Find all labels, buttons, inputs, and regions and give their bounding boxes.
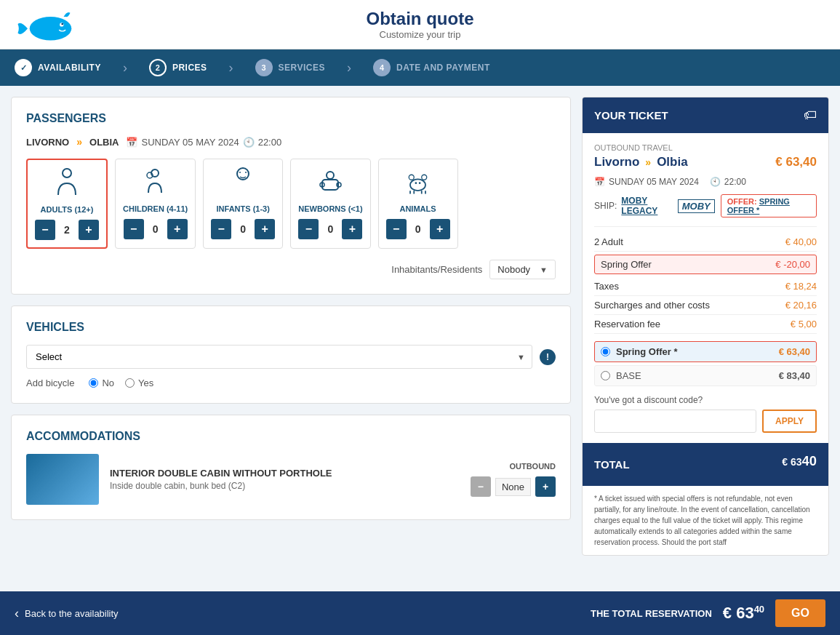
main-layout: PASSENGERS LIVORNO » OLBIA 📅 SUNDAY 05 M… [0, 86, 840, 610]
animals-decrement-button[interactable]: − [386, 219, 407, 239]
residents-row: Inhabitants/Residents Nobody ▼ [26, 260, 556, 279]
newborns-decrement-button[interactable]: − [298, 219, 319, 239]
accommodation-image [26, 454, 99, 505]
logo [15, 7, 80, 49]
radio-base[interactable]: BASE € 83,40 [594, 365, 817, 386]
accommodation-title: INTERIOR DOUBLE CABIN WITHOUT PORTHOLE [110, 468, 452, 479]
radio-spring-offer-input[interactable] [601, 347, 610, 356]
radio-base-input[interactable] [601, 371, 610, 380]
children-counter: − 0 + [123, 219, 188, 239]
total-reservation-main: € 63 [723, 604, 754, 610]
svg-point-2 [61, 23, 63, 25]
animals-increment-button[interactable]: + [430, 219, 450, 239]
radio-spring-offer[interactable]: Spring Offer * € 63,40 [594, 341, 817, 362]
svg-point-7 [239, 172, 241, 173]
route-to: OLBIA [89, 137, 119, 148]
route-info: LIVORNO » OLBIA 📅 SUNDAY 05 MAY 2024 🕙 2… [26, 136, 556, 148]
svg-point-21 [419, 182, 421, 184]
bicycle-yes-option[interactable]: Yes [125, 378, 153, 388]
divider-3: › [347, 60, 351, 76]
residents-value: Nobody [497, 264, 530, 275]
step-date-payment[interactable]: 4 DATE AND PAYMENT [373, 59, 490, 76]
ticket-tag-icon: 🏷 [804, 108, 817, 123]
bottom-right: THE TOTAL RESERVATION € 6340 GO [591, 599, 825, 610]
vehicle-select[interactable]: Select [26, 345, 532, 369]
ticket-card: YOUR TICKET 🏷 OUTBOUND TRAVEL Livorno » … [582, 97, 829, 556]
vehicles-title: VEHICLES [26, 321, 556, 334]
bicycle-no-radio[interactable] [89, 378, 98, 388]
passengers-title: PASSENGERS [26, 112, 556, 125]
ship-row: SHIP: MOBY LEGACY MOBY OFFER: SPRING OFF… [594, 194, 817, 217]
infants-decrement-button[interactable]: − [211, 219, 231, 239]
back-button[interactable]: ‹ Back to the availability [15, 606, 119, 611]
go-button[interactable]: GO [775, 599, 825, 610]
ticket-radio-section: Spring Offer * € 63,40 BASE € 83,40 [594, 341, 817, 386]
bicycle-label: Add bicycle [26, 378, 74, 388]
offer-badge[interactable]: OFFER: SPRING OFFER * [721, 194, 817, 217]
step-availability[interactable]: ✓ AVAILABILITY [15, 59, 101, 76]
accommodations-title: ACCOMMODATIONS [26, 430, 556, 443]
ship-info: SHIP: MOBY LEGACY [594, 196, 678, 216]
svg-point-13 [410, 179, 425, 191]
ship-name-link[interactable]: MOBY LEGACY [621, 196, 677, 216]
ticket-date: SUNDAY 05 MAY 2024 [609, 177, 699, 187]
total-label: TOTAL [594, 458, 630, 471]
divider-1: › [123, 60, 127, 76]
ticket-route-arrow: » [645, 156, 651, 168]
infants-increment-button[interactable]: + [255, 219, 275, 239]
route-date: SUNDAY 05 MAY 2024 [141, 137, 239, 148]
residents-chevron-icon: ▼ [540, 265, 548, 274]
price-row-adults: 2 Adult € 40,00 [594, 233, 817, 252]
price-row-taxes-label: Taxes [594, 281, 619, 292]
bicycle-yes-radio[interactable] [125, 378, 135, 388]
passenger-grid: ADULTS (12+) − 2 + CHILDREN (4-11) − [26, 159, 556, 249]
adults-increment-button[interactable]: + [79, 220, 99, 240]
radio-spring-label: Spring Offer * [616, 346, 773, 357]
accommodation-item: INTERIOR DOUBLE CABIN WITHOUT PORTHOLE I… [26, 454, 556, 505]
residents-select[interactable]: Nobody ▼ [489, 260, 556, 279]
ticket-from: Livorno [594, 155, 639, 169]
step-availability-label: AVAILABILITY [38, 63, 101, 73]
moby-logo: MOBY [678, 199, 715, 213]
vehicle-info-icon[interactable]: ! [540, 349, 556, 365]
ship-right: MOBY OFFER: SPRING OFFER * [678, 194, 817, 217]
accommodation-subtitle: Inside double cabin, bunk bed (C2) [110, 481, 452, 491]
children-decrement-button[interactable]: − [124, 219, 144, 239]
progress-bar: ✓ AVAILABILITY › 2 PRICES › 3 SERVICES ›… [0, 49, 840, 86]
adult-icon [35, 167, 99, 201]
page-title: Obtain quote [367, 9, 474, 29]
accommodation-counter: − None + [471, 476, 556, 497]
step-services[interactable]: 3 SERVICES [255, 59, 325, 76]
bottom-bar: ‹ Back to the availability THE TOTAL RES… [0, 591, 840, 610]
ticket-to: Olbia [657, 155, 688, 169]
accommodation-direction: OUTBOUND [509, 462, 556, 471]
apply-button[interactable]: APPLY [762, 410, 817, 433]
svg-point-15 [422, 175, 427, 180]
bicycle-no-option[interactable]: No [89, 378, 114, 388]
discount-input[interactable] [594, 410, 756, 433]
ticket-header: YOUR TICKET 🏷 [583, 97, 828, 133]
divider-2: › [229, 60, 233, 76]
svg-point-14 [409, 175, 414, 180]
ticket-header-title: YOUR TICKET [594, 109, 668, 121]
accommodation-decrement-button[interactable]: − [471, 476, 491, 497]
adults-counter: − 2 + [35, 220, 99, 240]
price-row-reservation: Reservation fee € 5,00 [594, 315, 817, 334]
accommodation-increment-button[interactable]: + [535, 476, 556, 497]
newborns-increment-button[interactable]: + [342, 219, 362, 239]
ticket-divider-1 [594, 226, 817, 227]
adults-decrement-button[interactable]: − [35, 220, 55, 240]
price-row-adults-value: € 40,00 [785, 236, 817, 247]
price-row-surcharges-label: Surcharges and other costs [594, 300, 710, 311]
calendar-icon: 📅 [126, 137, 137, 148]
ticket-date-item: 📅 SUNDAY 05 MAY 2024 [594, 177, 699, 187]
newborns-label: NEWBORNS (<1) [298, 204, 362, 213]
infants-counter: − 0 + [211, 219, 275, 239]
passenger-type-animals: ANIMALS − 0 + [378, 159, 458, 249]
right-panel: YOUR TICKET 🏷 OUTBOUND TRAVEL Livorno » … [582, 97, 829, 556]
step-prices[interactable]: 2 PRICES [149, 59, 207, 76]
svg-point-8 [245, 172, 247, 173]
ticket-route-line: Livorno » Olbia € 63,40 [594, 155, 817, 169]
passenger-type-adults: ADULTS (12+) − 2 + [26, 159, 108, 249]
children-increment-button[interactable]: + [167, 219, 188, 239]
